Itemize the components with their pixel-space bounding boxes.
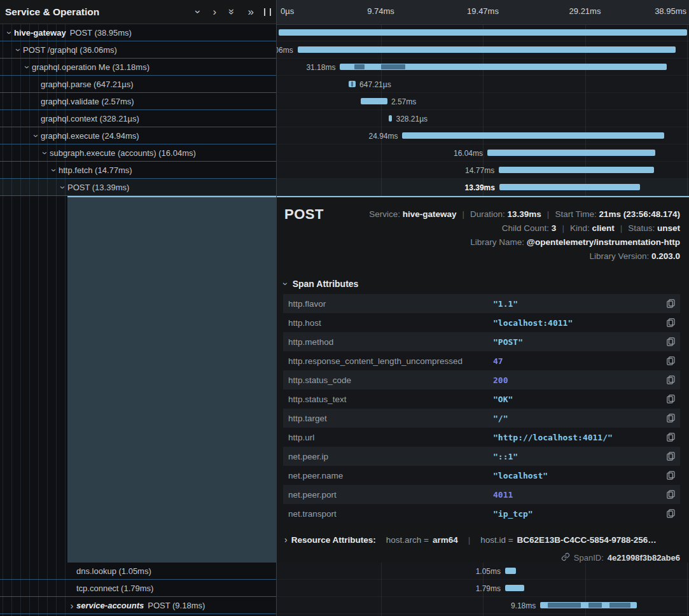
span-bar-row[interactable]: 647.21µs <box>277 76 689 93</box>
ruler-tick-label: 19.47ms <box>467 6 499 16</box>
span-tree-row[interactable]: ›service-accountsPOST (9.18ms) <box>0 597 276 614</box>
span-bar-row[interactable]: 328.21µs <box>277 110 689 127</box>
span-duration-bar[interactable] <box>540 602 636 608</box>
ruler-tick-label: 29.21ms <box>569 6 601 16</box>
attribute-key: http.method <box>288 337 493 347</box>
span-bar-row[interactable]: 2.57ms <box>277 93 689 110</box>
field-label: Status: <box>628 223 657 233</box>
span-duration-bar[interactable] <box>499 184 640 190</box>
span-tree-row[interactable]: ›POST /graphql (36.06ms) <box>0 41 276 59</box>
span-duration-bar[interactable] <box>340 64 667 70</box>
clipboard-glyph <box>667 452 675 461</box>
operation-label: graphql.context (328.21µs) <box>41 114 139 123</box>
double-chevron-down-icon[interactable]: » <box>226 9 237 15</box>
copy-icon[interactable] <box>662 433 675 442</box>
left-panel-header: Service & Operation › › » » <box>0 0 276 24</box>
separator: | <box>463 209 465 219</box>
span-tree-row[interactable]: graphql.parse (647.21µs) <box>0 76 276 93</box>
duration-label: 328.21µs <box>396 115 428 123</box>
double-chevron-right-icon[interactable]: » <box>248 6 254 17</box>
operation-label: graphql.validate (2.57ms) <box>41 97 134 106</box>
copy-icon[interactable] <box>662 356 675 365</box>
field-label: Library Version: <box>589 251 651 261</box>
selected-span-detail-block <box>67 196 276 563</box>
copy-icon[interactable] <box>662 337 675 346</box>
attribute-row: net.peer.name"localhost" <box>283 466 680 485</box>
chevron-down-icon[interactable]: › <box>23 62 32 71</box>
attribute-value: "/" <box>493 414 662 423</box>
operation-label: graphql.execute (24.94ms) <box>41 131 139 141</box>
chevron-right-icon[interactable]: › <box>212 6 216 17</box>
span-bar-row[interactable]: 1.79ms <box>277 580 689 597</box>
span-tree-row[interactable]: ›subgraph.execute (accounts) (16.04ms) <box>0 144 276 162</box>
span-tree-row[interactable]: ›graphql.execute (24.94ms) <box>0 127 276 144</box>
span-bar-row[interactable]: 1.05ms <box>277 563 689 580</box>
copy-icon[interactable] <box>662 471 675 480</box>
attribute-key: http.status_code <box>288 375 493 385</box>
span-tree-row[interactable]: tcp.connect (1.79ms) <box>0 580 276 597</box>
span-tree-row[interactable]: graphql.validate (2.57ms) <box>0 93 276 110</box>
chevron-down-icon[interactable]: › <box>50 165 59 174</box>
copy-icon[interactable] <box>662 414 675 423</box>
span-tree-row[interactable]: graphql.context (328.21µs) <box>0 110 276 127</box>
chevron-down-icon[interactable]: › <box>32 131 41 140</box>
copy-icon[interactable] <box>662 375 675 384</box>
operation-label: tcp.connect (1.79ms) <box>76 584 153 593</box>
tree-toolbar: › › » » <box>197 6 254 17</box>
span-tree-row[interactable]: ›graphql.operation Me (31.18ms) <box>0 59 276 76</box>
attribute-value: "localhost:4011" <box>493 318 662 328</box>
chevron-right-icon[interactable]: › <box>67 601 76 610</box>
copy-icon[interactable] <box>662 395 675 403</box>
span-duration-bar[interactable] <box>505 585 524 591</box>
span-bar-row[interactable]: 36.06ms <box>277 41 689 59</box>
span-duration-bar[interactable] <box>349 81 356 87</box>
clipboard-glyph <box>667 471 675 480</box>
span-bar-row[interactable]: 9.18ms <box>277 597 689 614</box>
copy-icon[interactable] <box>662 509 675 518</box>
span-bar-row[interactable] <box>277 24 689 41</box>
operation-label: http.fetch (14.77ms) <box>59 165 132 175</box>
attribute-key: http.host <box>288 318 493 328</box>
span-tree-row[interactable]: ›POST (13.39ms) <box>0 179 276 196</box>
field-label: Service: <box>369 209 403 219</box>
duration-label: 1.79ms <box>476 584 501 593</box>
span-tree-row[interactable]: ›http.fetch (14.77ms) <box>0 162 276 179</box>
span-duration-bar[interactable] <box>361 98 387 104</box>
span-bar-row[interactable]: 16.04ms <box>277 144 689 162</box>
link-icon[interactable] <box>561 552 570 563</box>
operation-label: graphql.parse (647.21µs) <box>41 80 134 89</box>
span-duration-bar[interactable] <box>389 115 392 122</box>
span-duration-bar[interactable] <box>499 167 653 173</box>
span-duration-bar[interactable] <box>279 29 687 36</box>
span-tree-row[interactable]: dns.lookup (1.05ms) <box>0 563 276 580</box>
panel-resize-handle[interactable] <box>264 8 271 16</box>
copy-icon[interactable] <box>662 452 675 461</box>
span-duration-bar[interactable] <box>402 132 664 139</box>
span-duration-bar[interactable] <box>487 150 655 156</box>
chevron-down-icon[interactable]: › <box>193 10 204 14</box>
attribute-key: net.peer.port <box>288 490 493 500</box>
separator: | <box>468 535 471 545</box>
span-attributes-header[interactable]: › Span Attributes <box>284 279 358 289</box>
copy-icon[interactable] <box>662 318 675 327</box>
span-tree-row[interactable]: ›hive-gatewayPOST (38.95ms) <box>0 24 276 41</box>
resource-attributes-row[interactable]: ›Resource Attributes:host.arch = arm64|h… <box>284 535 680 545</box>
copy-icon[interactable] <box>662 299 675 308</box>
span-duration-bar[interactable] <box>298 46 676 53</box>
field-label: Library Name: <box>470 237 527 247</box>
span-bar-row[interactable]: 13.39ms <box>277 179 689 196</box>
field-value: client <box>592 223 614 233</box>
chevron-down-icon[interactable]: › <box>14 45 24 54</box>
chevron-down-icon[interactable]: › <box>5 28 15 37</box>
duration-label: 31.18ms <box>306 63 335 72</box>
span-bar-row[interactable]: 31.18ms <box>277 59 689 76</box>
timeline-ruler: 0µs9.74ms19.47ms29.21ms38.95ms <box>277 0 689 25</box>
span-bar-row[interactable]: 14.77ms <box>277 162 689 179</box>
chevron-down-icon[interactable]: › <box>59 183 68 192</box>
span-duration-bar[interactable] <box>505 568 516 574</box>
copy-icon[interactable] <box>662 490 675 499</box>
ruler-tick-label: 0µs <box>281 6 294 16</box>
chevron-down-icon[interactable]: › <box>41 148 50 157</box>
separator: | <box>547 209 550 219</box>
span-bar-row[interactable]: 24.94ms <box>277 127 689 144</box>
